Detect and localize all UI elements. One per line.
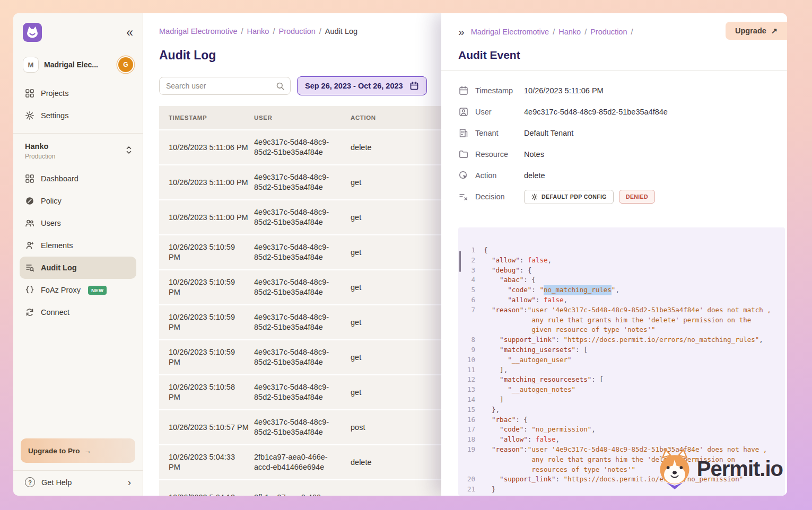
cell-user: 4e9c317c-5d48-48c9- 85d2-51be35a4f84e	[254, 242, 351, 262]
breadcrumb-environment[interactable]: Production	[278, 27, 315, 36]
field-label: User	[475, 108, 524, 116]
cell-user: 4e9c317c-5d48-48c9- 85d2-51be35a4f84e	[254, 172, 351, 192]
cell-timestamp: 10/26/2023 5:10:59 PM	[159, 277, 254, 297]
code-line: 3 "debug": {	[462, 266, 779, 276]
divider	[13, 133, 143, 134]
project-name: Hanko	[25, 142, 131, 151]
permit-watermark: Permit.io	[654, 446, 786, 491]
field-value: 10/26/2023 5:11:06 PM	[524, 86, 604, 95]
refresh-icon	[25, 307, 34, 317]
field-decision: Decision DEFAULT PDP CONFIG DENIED	[458, 186, 768, 207]
breadcrumb-environment[interactable]: Production	[590, 28, 627, 36]
cursor-click-icon	[458, 170, 469, 181]
environment-switcher[interactable]: Hanko Production	[20, 140, 136, 161]
upgrade-button[interactable]: Upgrade ↗	[726, 22, 787, 40]
audit-event-drawer: » Madrigal Electromotive / Hanko / Produ…	[441, 13, 787, 496]
drawer-collapse-icon[interactable]: »	[458, 26, 465, 37]
environment-name: Production	[25, 153, 131, 160]
cell-user: 4e9c317c-5d48-48c9- 85d2-51be35a4f84e	[254, 277, 351, 297]
cell-timestamp: 10/26/2023 5:11:00 PM	[159, 213, 254, 223]
cell-timestamp: 10/26/2023 5:04:13	[159, 493, 254, 496]
field-label: Resource	[475, 150, 524, 159]
cell-user: 2fb1ca97-aea0-466e- accd-eb41466e694e	[254, 452, 351, 472]
breadcrumb-org[interactable]: Madrigal Electromotive	[471, 28, 549, 36]
user-icon	[458, 107, 469, 117]
field-label: Timestamp	[475, 86, 524, 95]
sidebar-item-label: Elements	[41, 241, 73, 250]
date-range-picker[interactable]: Sep 26, 2023 - Oct 26, 2023	[297, 76, 427, 95]
users-icon	[25, 218, 34, 228]
cell-timestamp: 10/26/2023 5:10:59 PM	[159, 242, 254, 262]
sidebar-item-connect[interactable]: Connect	[20, 301, 136, 323]
sidebar-collapse-icon[interactable]: «	[126, 27, 133, 39]
person-icon	[25, 241, 34, 250]
cell-timestamp: 10/26/2023 5:11:00 PM	[159, 178, 254, 188]
sidebar-item-label: Settings	[41, 111, 68, 120]
code-line: 15 },	[462, 405, 779, 415]
breadcrumb-separator: /	[584, 28, 587, 36]
calendar-icon	[458, 85, 469, 96]
get-help-button[interactable]: ? Get Help ›	[20, 472, 136, 489]
gear-icon	[531, 194, 538, 200]
breadcrumb-org[interactable]: Madrigal Electromotive	[159, 27, 237, 36]
sidebar-top-nav: Projects Settings	[20, 82, 136, 127]
sidebar-item-label: Audit Log	[41, 263, 77, 272]
cell-user: 4e9c317c-5d48-48c9- 85d2-51be35a4f84e	[254, 312, 351, 332]
date-range-label: Sep 26, 2023 - Oct 26, 2023	[305, 82, 403, 90]
column-header-user[interactable]: USER	[254, 115, 351, 121]
sidebar-item-elements[interactable]: Elements	[20, 234, 136, 257]
breadcrumb-separator: /	[631, 28, 633, 36]
org-switcher[interactable]: M Madrigal Elec... G	[23, 57, 133, 73]
upgrade-label: Upgrade	[735, 27, 766, 35]
code-line: any rule that grants him the 'delete' pe…	[462, 315, 779, 326]
drawer-title: Audit Event	[458, 49, 768, 61]
arrow-up-right-icon: ↗	[771, 27, 778, 35]
code-line: 5 "code": "no_matching_rules",	[462, 285, 779, 295]
building-icon	[458, 128, 469, 138]
code-line: 6 "allow": false,	[462, 295, 779, 305]
sidebar-spacer	[20, 323, 136, 438]
new-badge: NEW	[88, 286, 107, 295]
org-name: Madrigal Elec...	[44, 60, 113, 69]
sidebar-item-projects[interactable]: Projects	[20, 82, 136, 104]
code-line: 18 "allow": false,	[462, 435, 779, 445]
code-line: 17 "code": "no_permission",	[462, 425, 779, 435]
drawer-header: » Madrigal Electromotive / Hanko / Produ…	[458, 26, 708, 37]
cell-user: 2fb1ca97-aea0-466e-	[254, 493, 351, 496]
folder-icon	[458, 149, 469, 160]
code-scrollbar[interactable]	[459, 251, 461, 272]
breadcrumb-separator: /	[553, 28, 555, 36]
chevron-up-down-icon[interactable]	[125, 145, 133, 155]
sidebar-item-audit-log[interactable]: Audit Log	[20, 257, 136, 279]
pdp-config-chip[interactable]: DEFAULT PDP CONFIG	[524, 190, 614, 204]
column-header-timestamp[interactable]: TIMESTAMP	[159, 115, 254, 121]
sidebar-item-users[interactable]: Users	[20, 212, 136, 234]
code-line: given resource of type 'notes'"	[462, 325, 779, 335]
chevron-right-icon: ›	[128, 477, 131, 487]
upgrade-to-pro-button[interactable]: Upgrade to Pro →	[21, 438, 135, 463]
field-value: Default Tenant	[524, 129, 573, 137]
code-line: 13 "__autogen_notes"	[462, 385, 779, 395]
search-user-input[interactable]	[166, 82, 276, 90]
breadcrumb-project[interactable]: Hanko	[558, 28, 581, 36]
code-line: 11 ],	[462, 365, 779, 375]
sidebar-item-policy[interactable]: Policy	[20, 190, 136, 212]
sidebar-item-settings[interactable]: Settings	[20, 104, 136, 127]
breadcrumb-project[interactable]: Hanko	[247, 27, 269, 36]
code-line: 4 "abac": {	[462, 275, 779, 285]
user-avatar[interactable]: G	[118, 57, 133, 72]
search-icon	[276, 82, 285, 91]
code-line: 12 "matching_resourcesets": [	[462, 375, 779, 385]
sidebar-item-label: Users	[41, 219, 61, 227]
cell-user: 4e9c317c-5d48-48c9- 85d2-51be35a4f84e	[254, 382, 351, 402]
grid-icon	[25, 89, 34, 98]
field-label: Decision	[475, 192, 524, 201]
cell-user: 4e9c317c-5d48-48c9- 85d2-51be35a4f84e	[254, 137, 351, 157]
code-line: 1{	[462, 245, 779, 256]
audit-event-fields: Timestamp 10/26/2023 5:11:06 PM User 4e9…	[458, 80, 768, 207]
sidebar-item-label: Dashboard	[41, 174, 78, 183]
sidebar-item-foaz-proxy[interactable]: FoAz Proxy NEW	[20, 279, 136, 301]
sidebar: « M Madrigal Elec... G Projects Settings	[13, 13, 143, 496]
sidebar-item-dashboard[interactable]: Dashboard	[20, 168, 136, 190]
pdp-config-label: DEFAULT PDP CONFIG	[542, 194, 607, 200]
